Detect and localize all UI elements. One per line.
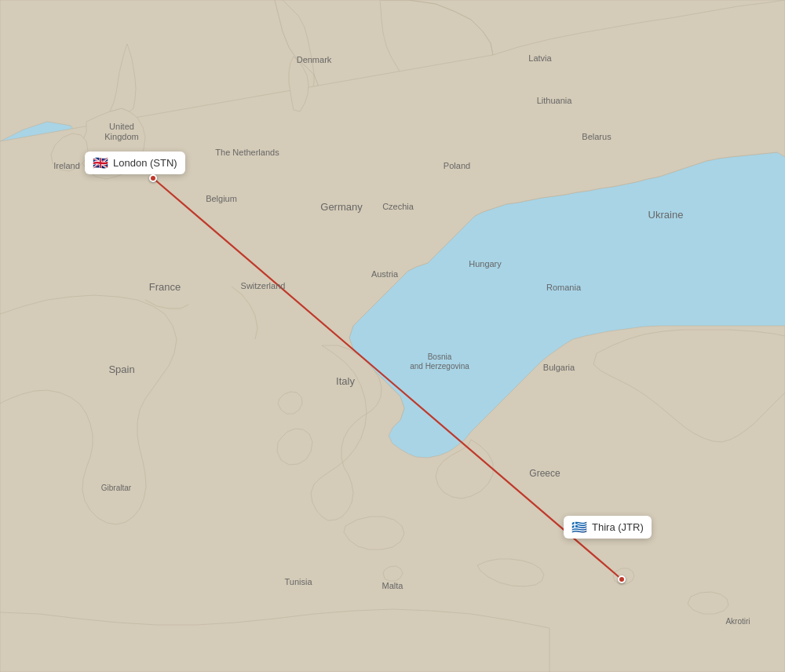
country-label-romania: Romania — [546, 283, 582, 292]
country-label-poland: Poland — [444, 161, 470, 170]
map-svg: Ireland United Kingdom Denmark The Nethe… — [0, 0, 785, 672]
country-label-denmark: Denmark — [297, 55, 332, 64]
country-label-belgium: Belgium — [206, 194, 237, 203]
country-label-germany: Germany — [320, 201, 363, 213]
country-label-hungary: Hungary — [469, 259, 502, 268]
country-label-bosnia1: Bosnia — [428, 352, 452, 361]
country-label-bulgaria: Bulgaria — [543, 363, 575, 372]
country-label-austria: Austria — [371, 269, 399, 279]
country-label-spain: Spain — [108, 363, 134, 375]
country-label-uk2: Kingdom — [104, 132, 138, 141]
country-label-uk: United — [109, 122, 134, 131]
country-label-ireland: Ireland — [53, 161, 80, 170]
country-label-netherlands: The Netherlands — [215, 148, 279, 157]
country-label-france: France — [149, 281, 181, 293]
country-label-bosnia2: and Herzegovina — [410, 362, 469, 371]
country-label-malta: Malta — [382, 581, 404, 590]
country-label-belarus: Belarus — [582, 132, 612, 141]
country-label-ukraine: Ukraine — [648, 209, 684, 221]
country-label-gibraltar: Gibraltar — [101, 484, 132, 492]
map-container: Ireland United Kingdom Denmark The Nethe… — [0, 0, 785, 672]
london-airport-dot — [149, 174, 157, 182]
country-label-switzerland: Switzerland — [241, 281, 286, 290]
country-label-italy: Italy — [336, 375, 355, 387]
country-label-czechia: Czechia — [382, 202, 414, 211]
country-label-latvia: Latvia — [528, 53, 552, 63]
country-label-lithuania: Lithuania — [537, 96, 573, 105]
country-label-tunisia: Tunisia — [284, 577, 312, 586]
thira-airport-dot — [618, 575, 626, 583]
country-label-greece: Greece — [529, 468, 560, 479]
country-label-akrotiri: Akrotiri — [725, 617, 750, 626]
